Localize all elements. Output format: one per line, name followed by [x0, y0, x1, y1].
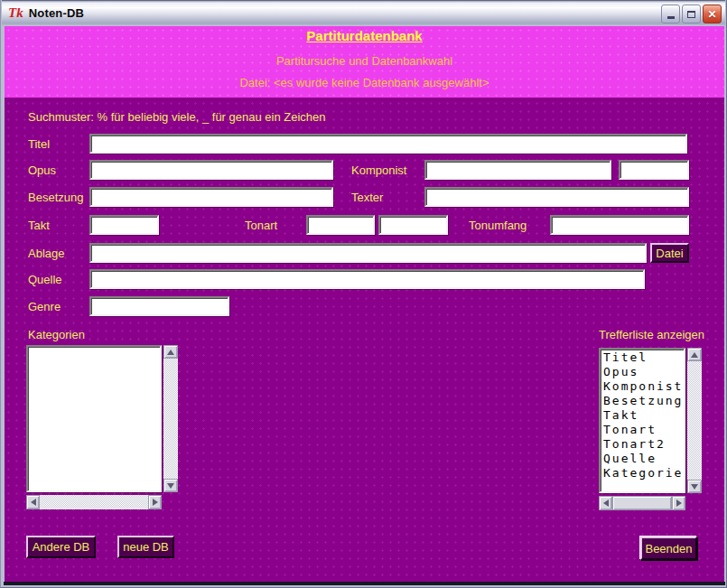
scroll-left-button[interactable]	[599, 496, 612, 510]
scroll-left-button[interactable]	[26, 495, 40, 509]
titel-input[interactable]	[89, 134, 687, 154]
tonart-label: Tonart	[245, 219, 277, 232]
app-window: Tk Noten-DB ✕ Partiturdatenbank Partitur…	[0, 0, 727, 588]
tonart2-input[interactable]	[378, 215, 448, 235]
kategorien-vertical-scrollbar[interactable]	[163, 345, 178, 492]
takt-input[interactable]	[89, 215, 159, 235]
arrow-up-icon	[691, 352, 698, 358]
maximize-button[interactable]	[682, 5, 701, 23]
opus-label: Opus	[28, 163, 56, 177]
minimize-icon	[667, 16, 675, 19]
tonumfang-input[interactable]	[550, 215, 689, 235]
scroll-right-button[interactable]	[672, 496, 685, 510]
window-bottom-edge	[4, 582, 725, 585]
genre-label: Genre	[28, 300, 61, 313]
kategorien-horizontal-scrollbar[interactable]	[26, 495, 162, 509]
arrow-left-icon	[31, 499, 36, 506]
arrow-right-icon	[153, 499, 158, 506]
list-item[interactable]: Opus	[601, 365, 683, 379]
ablage-input[interactable]	[89, 243, 647, 263]
close-icon: ✕	[707, 9, 716, 20]
beenden-button[interactable]: Beenden	[640, 537, 697, 560]
titel-label: Titel	[28, 137, 50, 151]
texter-input[interactable]	[424, 187, 689, 207]
komponist-label: Komponist	[351, 163, 406, 177]
window-title: Noten-DB	[29, 6, 85, 20]
scroll-down-button[interactable]	[687, 480, 702, 493]
list-item[interactable]: Tonart2	[601, 437, 683, 452]
scrollbar-trough[interactable]	[687, 361, 702, 480]
takt-label: Takt	[28, 219, 50, 232]
texter-label: Texter	[351, 191, 383, 204]
list-item[interactable]: Titel	[601, 350, 683, 365]
scroll-right-button[interactable]	[148, 495, 162, 509]
scrollbar-thumb[interactable]	[612, 496, 672, 510]
quelle-label: Quelle	[28, 273, 62, 286]
trefferliste-listbox[interactable]: TitelOpusKomponistBesetzungTaktTonartTon…	[599, 348, 685, 493]
list-item[interactable]: Besetzung	[601, 394, 683, 408]
list-item[interactable]: Kategorie	[601, 466, 683, 481]
arrow-down-icon	[167, 483, 174, 489]
kategorien-listbox[interactable]	[26, 345, 162, 492]
window-controls: ✕	[661, 5, 722, 23]
maximize-icon	[687, 11, 695, 18]
trefferliste-label: Trefferliste anzeigen	[599, 328, 704, 341]
scroll-up-button[interactable]	[687, 348, 702, 361]
neue-db-button[interactable]: neue DB	[117, 536, 174, 558]
trefferliste-horizontal-scrollbar[interactable]	[599, 496, 685, 510]
list-item[interactable]: Takt	[601, 408, 683, 423]
besetzung-label: Besetzung	[28, 191, 83, 204]
arrow-left-icon	[603, 499, 609, 507]
list-item[interactable]: Tonart	[601, 423, 683, 437]
tk-app-icon: Tk	[8, 6, 23, 20]
page-subtitle: Partitursuche und Datenbankwahl	[5, 54, 724, 68]
list-item[interactable]: Quelle	[601, 452, 683, 466]
opus-input[interactable]	[89, 160, 333, 180]
arrow-up-icon	[167, 350, 174, 355]
arrow-down-icon	[691, 484, 698, 490]
besetzung-input[interactable]	[89, 187, 333, 207]
datei-button[interactable]: Datei	[650, 243, 689, 263]
scroll-down-button[interactable]	[163, 479, 178, 492]
arrow-right-icon	[676, 499, 682, 507]
kategorien-label: Kategorien	[28, 328, 85, 341]
genre-input[interactable]	[89, 296, 229, 316]
ablage-label: Ablage	[28, 247, 64, 260]
tonumfang-label: Tonumfang	[469, 219, 527, 232]
komponist-extra-input[interactable]	[619, 160, 689, 180]
quelle-input[interactable]	[89, 269, 645, 289]
tonart1-input[interactable]	[306, 215, 375, 235]
list-item[interactable]: Komponist	[601, 379, 683, 394]
scroll-up-button[interactable]	[163, 345, 178, 359]
search-pattern-hint: Suchmuster: % für beliebig viele, _ für …	[28, 110, 326, 124]
trefferliste-vertical-scrollbar[interactable]	[687, 348, 702, 493]
minimize-button[interactable]	[661, 5, 680, 23]
close-button[interactable]: ✕	[703, 5, 722, 23]
page-title: Partiturdatenbank	[5, 28, 724, 43]
titlebar[interactable]: Tk Noten-DB ✕	[2, 0, 725, 25]
database-file-status: Datei: <es wurde keine Datenbank ausgewä…	[5, 76, 724, 89]
scrollbar-trough[interactable]	[163, 359, 178, 479]
scrollbar-trough[interactable]	[40, 495, 148, 509]
komponist-input[interactable]	[424, 160, 611, 180]
andere-db-button[interactable]: Andere DB	[26, 536, 96, 558]
